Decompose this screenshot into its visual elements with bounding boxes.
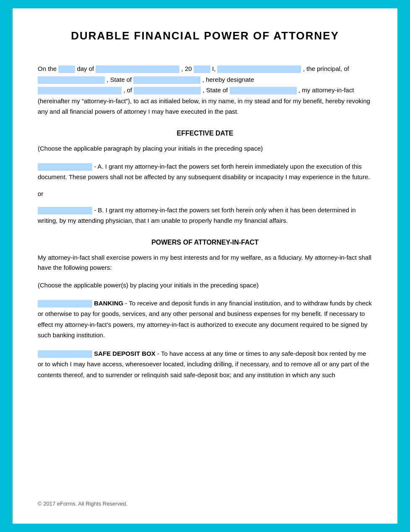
attorney-state-field[interactable] bbox=[230, 87, 297, 94]
powers-intro: My attorney-in-fact shall exercise power… bbox=[38, 253, 372, 273]
principal-name-field[interactable] bbox=[217, 65, 301, 73]
option-b-block: - B. I grant my attorney-in-fact the pow… bbox=[38, 205, 372, 226]
safe-deposit-initials-field[interactable] bbox=[38, 350, 92, 358]
safe-deposit-block: SAFE DEPOSIT BOX - To have access at any… bbox=[38, 348, 372, 381]
intro-part6: , State of bbox=[106, 76, 132, 83]
powers-title: POWERS OF ATTORNEY-IN-FACT bbox=[38, 239, 372, 246]
or-text: or bbox=[38, 190, 372, 197]
safe-deposit-label: SAFE DEPOSIT BOX bbox=[94, 350, 156, 357]
principal-state-field[interactable] bbox=[133, 76, 200, 84]
month-field[interactable] bbox=[96, 65, 179, 73]
intro-paragraph: On the day of , 20 I, , the principal, o… bbox=[38, 63, 372, 117]
attorney-name-field[interactable] bbox=[38, 87, 122, 94]
intro-part9: , State of bbox=[202, 86, 228, 94]
intro-part3: , 20 bbox=[182, 65, 192, 72]
effective-date-title: EFFECTIVE DATE bbox=[38, 130, 372, 137]
intro-part2: day of bbox=[77, 65, 94, 72]
day-field[interactable] bbox=[58, 65, 75, 73]
powers-note: (Choose the applicable power(s) by placi… bbox=[38, 280, 372, 290]
year-field[interactable] bbox=[194, 65, 210, 73]
banking-block: BANKING - To receive and deposit funds i… bbox=[38, 298, 372, 341]
intro-part1: On the bbox=[38, 65, 57, 72]
intro-part5: , the principal, of bbox=[303, 65, 349, 72]
intro-part8: , of bbox=[123, 86, 132, 94]
document-title: DURABLE FINANCIAL POWER OF ATTORNEY bbox=[38, 29, 372, 42]
effective-date-note: (Choose the applicable paragraph by plac… bbox=[38, 143, 372, 154]
principal-city-field[interactable] bbox=[38, 76, 105, 84]
option-a-initials-field[interactable] bbox=[38, 163, 92, 171]
intro-part7: , hereby designate bbox=[202, 76, 254, 83]
intro-part4: I, bbox=[212, 65, 215, 72]
option-a-block: - A. I grant my attorney-in-fact the pow… bbox=[38, 161, 372, 183]
footer: © 2017 eForms. All Rights Reserved. bbox=[38, 488, 372, 507]
banking-label: BANKING bbox=[94, 300, 123, 307]
footer-text: © 2017 eForms. All Rights Reserved. bbox=[38, 501, 127, 507]
document-page: DURABLE FINANCIAL POWER OF ATTORNEY On t… bbox=[13, 8, 397, 524]
option-b-initials-field[interactable] bbox=[38, 207, 92, 214]
banking-initials-field[interactable] bbox=[38, 300, 92, 308]
attorney-city-field[interactable] bbox=[134, 87, 201, 94]
